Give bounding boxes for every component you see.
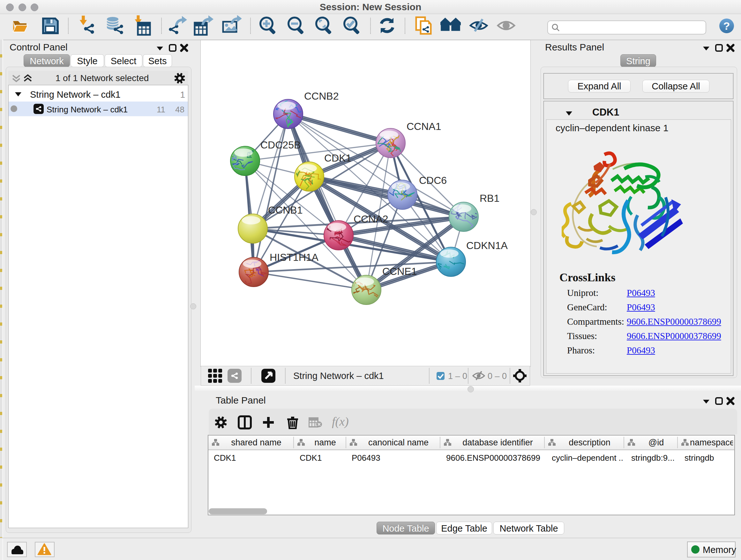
svg-text:HIST1H1A: HIST1H1A — [270, 252, 319, 263]
svg-text:CCNA1: CCNA1 — [407, 121, 441, 132]
svg-text:CDKN1A: CDKN1A — [466, 240, 508, 251]
svg-text:CCNE1: CCNE1 — [382, 266, 417, 277]
svg-text:CDK1: CDK1 — [324, 152, 351, 164]
svg-text:CCNB2: CCNB2 — [304, 90, 339, 102]
svg-text:CCNA2: CCNA2 — [354, 213, 388, 225]
svg-text:RB1: RB1 — [480, 192, 499, 204]
svg-text:CCNB1: CCNB1 — [268, 204, 302, 216]
svg-text:CDC6: CDC6 — [419, 175, 447, 186]
svg-text:CDC25B: CDC25B — [260, 139, 300, 151]
